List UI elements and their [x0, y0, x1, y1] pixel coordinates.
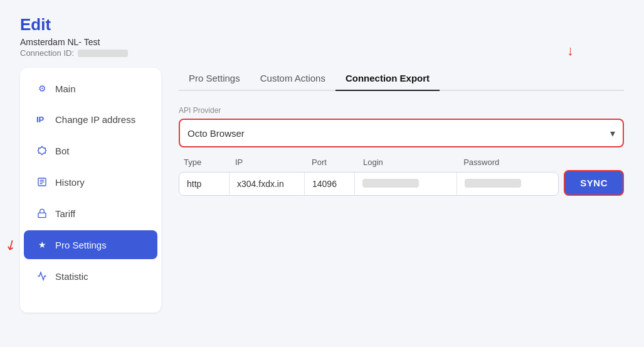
api-provider-field: API Provider Octo Browser Other ▾ [179, 106, 624, 147]
col-login: Login [358, 157, 458, 167]
cell-password [457, 173, 559, 195]
sidebar-item-statistic[interactable]: Statistic [24, 262, 157, 291]
form-section: API Provider Octo Browser Other ▾ [179, 106, 624, 196]
col-port: Port [307, 157, 358, 167]
connection-table: Type IP Port Login Password http x304.fx… [179, 157, 559, 196]
connection-id-value [78, 50, 128, 57]
sidebar-item-label: Tariff [55, 208, 75, 219]
tab-connection-export[interactable]: Connection Export [335, 68, 440, 91]
sidebar-item-label: Bot [55, 146, 70, 156]
tab-pro-settings[interactable]: Pro Settings [179, 68, 250, 91]
table-row: http x304.fxdx.in 14096 [179, 172, 559, 196]
api-provider-select-wrapper: Octo Browser Other ▾ [179, 119, 624, 147]
right-panel: ↓ Pro Settings Custom Actions Connection… [161, 68, 624, 332]
sidebar-item-label: Pro Settings [55, 240, 107, 250]
tab-bar: Pro Settings Custom Actions Connection E… [179, 68, 624, 91]
connection-name: Amsterdam NL- Test [20, 37, 624, 47]
star-icon: ★ [36, 239, 48, 250]
sync-button[interactable]: SYNC [564, 170, 624, 196]
cell-login [355, 173, 457, 195]
tab-custom-actions[interactable]: Custom Actions [250, 68, 335, 91]
connection-id-label: Connection ID: [20, 48, 74, 58]
cell-type: http [179, 173, 230, 195]
cell-ip: x304.fxdx.in [230, 173, 305, 195]
col-password: Password [458, 157, 559, 167]
login-blurred [362, 179, 419, 188]
api-provider-label: API Provider [179, 106, 624, 115]
table-with-sync: Type IP Port Login Password http x304.fx… [179, 157, 624, 196]
col-ip: IP [230, 157, 307, 167]
tariff-icon [36, 208, 48, 219]
gear-icon: ⚙ [36, 83, 48, 94]
chevron-down-icon: ▾ [610, 127, 615, 139]
col-type: Type [179, 157, 230, 167]
arrow-top: ↓ [567, 43, 574, 59]
sidebar-item-pro-settings[interactable]: ★ Pro Settings ↙ [24, 230, 157, 259]
sidebar-item-label: History [55, 177, 85, 188]
sidebar: ⚙ Main IP Change IP address Bot [20, 68, 161, 312]
sidebar-item-change-ip[interactable]: IP Change IP address [24, 105, 157, 134]
sidebar-item-history[interactable]: History [24, 168, 157, 196]
history-icon [36, 176, 48, 188]
ip-icon: IP [36, 115, 48, 124]
password-blurred [465, 179, 521, 188]
sidebar-arrow: ↙ [2, 235, 20, 255]
tabs-container: ↓ Pro Settings Custom Actions Connection… [179, 68, 624, 106]
sidebar-item-bot[interactable]: Bot [24, 136, 157, 165]
bot-icon [36, 145, 48, 156]
api-provider-select[interactable]: Octo Browser Other [187, 128, 610, 139]
svg-rect-4 [38, 213, 46, 217]
page-title: Edit [20, 15, 624, 35]
statistic-icon [36, 270, 48, 282]
sidebar-item-tariff[interactable]: Tariff [24, 199, 157, 228]
sidebar-item-label: Statistic [55, 271, 88, 282]
cell-port: 14096 [305, 173, 355, 195]
sidebar-item-label: Main [55, 83, 76, 94]
sidebar-item-main[interactable]: ⚙ Main [24, 74, 157, 103]
sidebar-item-label: Change IP address [55, 114, 135, 125]
